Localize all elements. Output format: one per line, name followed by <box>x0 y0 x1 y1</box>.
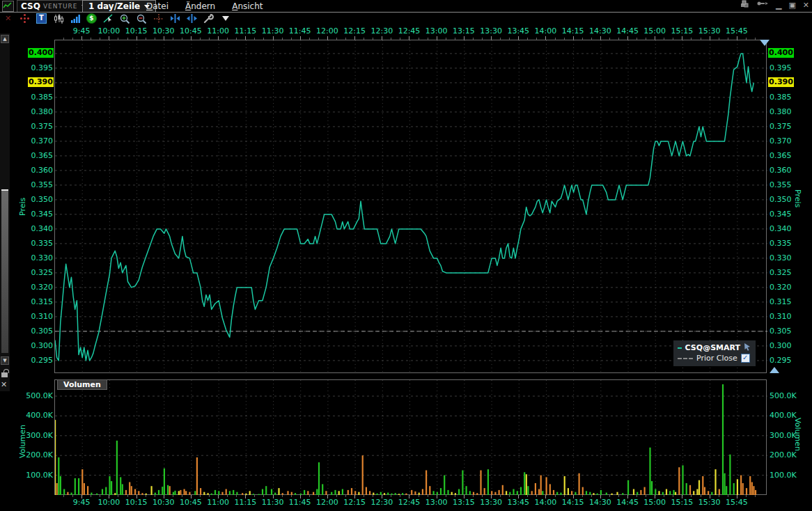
expand-bars-icon[interactable] <box>187 14 197 24</box>
price-tick-label: 0.360 <box>770 166 792 175</box>
time-tick <box>146 495 146 497</box>
time-tick <box>637 495 637 497</box>
price-tick-label: 0.375 <box>26 122 53 131</box>
time-tick <box>236 38 237 40</box>
candlestick-mode-icon[interactable] <box>53 14 63 24</box>
price-tick-label: 0.335 <box>26 239 53 248</box>
time-tick <box>573 36 574 40</box>
time-tick <box>701 38 701 40</box>
time-tick <box>209 495 210 497</box>
timeframe-selector[interactable]: 1 day/Zeile <box>82 0 156 12</box>
latest-data-marker-bottom[interactable] <box>770 367 779 373</box>
time-tick <box>155 495 155 497</box>
time-label-top: 14:00 <box>535 26 557 36</box>
price-highlight-0.390: 0.390 <box>28 77 54 87</box>
maximize-icon[interactable]: ▣ <box>788 1 795 10</box>
time-tick <box>309 495 310 497</box>
crosshair-icon[interactable] <box>153 14 164 24</box>
time-tick <box>646 495 646 497</box>
symbol-label: CSQ <box>21 1 40 11</box>
time-tick <box>382 36 382 40</box>
text-annotation-icon[interactable]: T <box>36 14 47 24</box>
time-tick <box>627 495 628 498</box>
time-label-top: 12:00 <box>316 26 338 36</box>
price-tick-label: 0.315 <box>26 297 53 306</box>
time-label-bottom: 10:15 <box>125 498 148 507</box>
scrollbar-thumb[interactable] <box>1 189 8 353</box>
time-label-bottom: 14:15 <box>562 498 584 507</box>
dropdown-arrow-icon[interactable] <box>220 14 231 24</box>
time-tick <box>464 495 464 498</box>
time-tick <box>164 36 164 40</box>
time-tick <box>500 38 501 40</box>
time-label-bottom: 11:00 <box>207 498 229 507</box>
time-label-top: 10:00 <box>98 26 120 36</box>
time-tick <box>728 38 728 40</box>
time-tick <box>600 36 601 40</box>
time-tick <box>146 38 146 40</box>
time-label-bottom: 15:15 <box>671 498 694 507</box>
time-tick <box>691 495 692 497</box>
group-windows-icon[interactable] <box>740 0 749 11</box>
time-tick <box>327 36 328 40</box>
volume-axis-title: Volumen <box>18 425 27 458</box>
menu-andern[interactable]: Ändern <box>185 1 215 11</box>
time-tick <box>527 38 528 40</box>
trendline-tool-icon[interactable] <box>103 14 114 24</box>
time-tick <box>655 495 655 498</box>
time-tick <box>673 38 673 40</box>
price-tick-label: 0.350 <box>770 195 792 204</box>
time-tick <box>591 38 592 40</box>
scroll-up-button[interactable]: ▲ <box>1 35 9 43</box>
wrench-icon[interactable] <box>203 14 214 24</box>
time-tick <box>364 38 364 40</box>
prior-close-checkbox[interactable]: ✓ <box>741 354 750 363</box>
pin-icon[interactable] <box>756 0 769 11</box>
time-tick <box>173 495 173 497</box>
dollar-indicator-icon[interactable]: $ <box>86 14 97 24</box>
time-label-top: 15:30 <box>698 26 721 36</box>
close-panel-icon[interactable]: ✕ <box>1 380 7 389</box>
symbol-selector[interactable]: CSQ VENTURE <box>17 0 91 12</box>
time-tick <box>746 495 747 497</box>
price-tick-label: 0.305 <box>26 327 53 336</box>
price-tick-label: 0.335 <box>770 239 792 248</box>
time-tick <box>655 36 655 40</box>
price-highlight-0.390: 0.390 <box>768 77 794 87</box>
compress-bars-icon[interactable] <box>170 14 180 24</box>
price-axis-title: Preis <box>793 189 802 207</box>
minimize-icon[interactable]: ▁ <box>776 1 781 10</box>
latest-data-marker-top[interactable] <box>760 40 770 46</box>
time-label-bottom: 15:00 <box>643 498 666 507</box>
time-label-bottom: 14:45 <box>616 498 639 507</box>
time-tick <box>719 495 719 497</box>
close-icon[interactable]: ✕ <box>803 1 809 10</box>
zoom-out-icon[interactable] <box>136 14 147 24</box>
time-tick <box>282 495 283 497</box>
time-tick <box>91 495 91 497</box>
time-tick <box>218 36 219 40</box>
remove-chart-icon[interactable]: ✕ <box>3 14 13 24</box>
time-tick <box>200 495 201 497</box>
menu-ansicht[interactable]: Ansicht <box>232 1 263 11</box>
scroll-down-button[interactable]: ▼ <box>1 356 9 365</box>
price-tick-label: 0.330 <box>770 253 792 262</box>
time-label-top: 15:45 <box>726 26 748 36</box>
time-label-top: 12:45 <box>398 26 421 36</box>
time-tick <box>545 495 546 498</box>
price-tick-label: 0.320 <box>770 283 792 292</box>
volume-mode-icon[interactable] <box>70 14 80 24</box>
time-label-top: 15:15 <box>671 26 694 36</box>
price-tick-label: 0.345 <box>26 210 53 219</box>
menu-datei[interactable]: Datei <box>146 1 169 11</box>
time-label-top: 11:45 <box>289 26 311 36</box>
unlock-icon[interactable] <box>1 369 8 377</box>
volume-plot-area[interactable] <box>54 379 767 495</box>
time-tick <box>63 495 64 497</box>
price-tick-label: 0.385 <box>26 93 53 102</box>
price-plot-area[interactable] <box>54 40 767 373</box>
zoom-in-icon[interactable] <box>120 14 130 24</box>
volume-tick-label: 400.0K <box>21 411 53 420</box>
tracker-dots-icon[interactable] <box>19 14 30 24</box>
time-tick <box>263 38 264 40</box>
